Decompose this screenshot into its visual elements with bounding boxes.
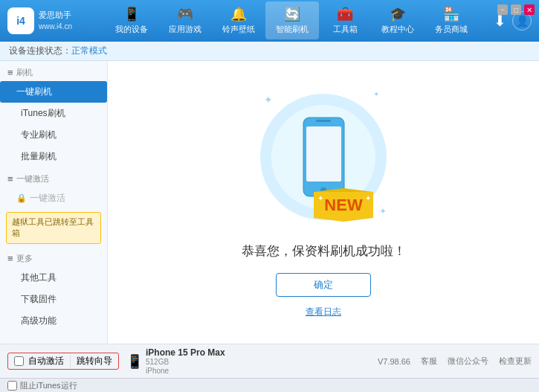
sparkle-br: ✦ xyxy=(379,206,387,216)
svg-rect-1 xyxy=(306,126,341,181)
sidebar-item-other-tools[interactable]: 其他工具 xyxy=(0,267,107,289)
sidebar-section-flash: ≡ 刷机 xyxy=(0,61,107,81)
sidebar-item-one-key-flash[interactable]: 一键刷机 xyxy=(0,81,107,103)
app-logo: i4 爱思助手 www.i4.cn xyxy=(7,7,89,34)
main-nav: 📱 我的设备 🎮 应用游戏 🔔 铃声壁纸 🔄 智能刷机 🧰 工具箱 🎓 xyxy=(89,1,494,39)
more-section-icon: ≡ xyxy=(7,253,13,264)
minimize-btn[interactable]: － xyxy=(497,4,508,15)
svg-marker-5 xyxy=(314,188,373,192)
nav-ringtone[interactable]: 🔔 铃声壁纸 xyxy=(212,1,265,39)
apps-games-icon: 🎮 xyxy=(177,6,193,22)
logo-icon: i4 xyxy=(7,7,34,34)
confirm-button[interactable]: 确定 xyxy=(276,273,371,297)
sparkle-tr: ✦ xyxy=(373,90,379,98)
device-info: 📱 iPhone 15 Pro Max 512GB iPhone xyxy=(126,347,225,376)
window-controls: － □ ✕ xyxy=(497,4,535,15)
footer: 自动激活 跳转向导 📱 iPhone 15 Pro Max 512GB iPho… xyxy=(0,344,539,379)
device-icon: 📱 xyxy=(126,353,143,370)
svg-text:NEW: NEW xyxy=(324,196,363,214)
view-log-link[interactable]: 查看日志 xyxy=(306,306,341,317)
auto-activate-checkbox[interactable] xyxy=(14,356,24,366)
nav-toolbox[interactable]: 🧰 工具箱 xyxy=(319,1,371,39)
nav-smart-flash[interactable]: 🔄 智能刷机 xyxy=(265,1,319,39)
nav-apps-games[interactable]: 🎮 应用游戏 xyxy=(158,1,212,39)
stop-itunes-checkbox[interactable] xyxy=(7,381,17,391)
svg-text:✦: ✦ xyxy=(365,194,371,202)
maximize-btn[interactable]: □ xyxy=(511,4,521,15)
breadcrumb: 设备连接状态： 正常模式 xyxy=(0,42,539,61)
device-storage: 512GB xyxy=(146,358,169,366)
tutorial-icon: 🎓 xyxy=(390,6,406,22)
device-details: iPhone 15 Pro Max 512GB iPhone xyxy=(146,347,225,376)
nav-tutorial[interactable]: 🎓 教程中心 xyxy=(371,1,425,39)
version-label: V7.98.66 xyxy=(378,357,410,366)
wechat-link[interactable]: 微信公众号 xyxy=(448,356,488,367)
merchant-icon: 🏪 xyxy=(443,6,459,22)
itunes-bar: 阻止iTunes运行 xyxy=(0,378,539,392)
smart-flash-icon: 🔄 xyxy=(284,6,300,22)
sidebar-item-batch-flash[interactable]: 批量刷机 xyxy=(0,146,107,167)
flash-section-icon: ≡ xyxy=(7,67,13,78)
sidebar-item-itunes-flash[interactable]: iTunes刷机 xyxy=(0,103,107,124)
stop-itunes-label: 阻止iTunes运行 xyxy=(20,380,77,391)
sidebar: ≡ 刷机 一键刷机 iTunes刷机 专业刷机 批量刷机 ≡ 一键激活 🔒 一键… xyxy=(0,61,108,344)
lock-icon: 🔒 xyxy=(16,193,27,203)
main-content: NEW ✦ ✦ ✦ ✦ ✦ 恭喜您，保资料刷机成功啦！ 确定 xyxy=(108,61,539,344)
nav-my-device[interactable]: 📱 我的设备 xyxy=(105,1,158,39)
close-btn[interactable]: ✕ xyxy=(524,4,535,15)
sparkle-tl: ✦ xyxy=(264,94,273,106)
toolbox-icon: 🧰 xyxy=(337,6,353,22)
sidebar-item-advanced[interactable]: 高级功能 xyxy=(0,310,107,332)
activate-section-icon: ≡ xyxy=(7,173,13,184)
sidebar-disabled-activate: 🔒 一键激活 xyxy=(0,187,107,209)
check-update-link[interactable]: 检查更新 xyxy=(499,356,532,367)
success-message: 恭喜您，保资料刷机成功啦！ xyxy=(242,242,406,260)
device-name: iPhone 15 Pro Max xyxy=(146,347,225,358)
sidebar-item-pro-flash[interactable]: 专业刷机 xyxy=(0,124,107,146)
guide-btn[interactable]: 跳转向导 xyxy=(70,355,112,367)
customer-service-link[interactable]: 客服 xyxy=(421,356,437,367)
ringtone-icon: 🔔 xyxy=(230,6,247,22)
svg-text:✦: ✦ xyxy=(317,194,323,202)
footer-right: V7.98.66 客服 微信公众号 检查更新 xyxy=(378,356,532,367)
success-illustration: NEW ✦ ✦ ✦ ✦ ✦ xyxy=(253,86,394,228)
logo-text: 爱思助手 www.i4.cn xyxy=(39,10,72,31)
nav-merchant[interactable]: 🏪 务员商城 xyxy=(425,1,478,39)
new-badge-svg: NEW ✦ ✦ xyxy=(310,184,377,222)
auto-activate-label: 自动激活 xyxy=(28,355,64,367)
sidebar-section-activate: ≡ 一键激活 xyxy=(0,167,107,187)
auto-activate-area: 自动激活 跳转向导 xyxy=(7,353,119,370)
sidebar-item-download-firmware[interactable]: 下载固件 xyxy=(0,289,107,310)
sidebar-section-more: ≡ 更多 xyxy=(0,247,107,267)
my-device-icon: 📱 xyxy=(123,6,140,22)
svg-rect-2 xyxy=(316,120,331,122)
device-type: iPhone xyxy=(146,367,169,375)
sidebar-note: 越狱工具已跳转至工具箱 xyxy=(6,212,101,244)
